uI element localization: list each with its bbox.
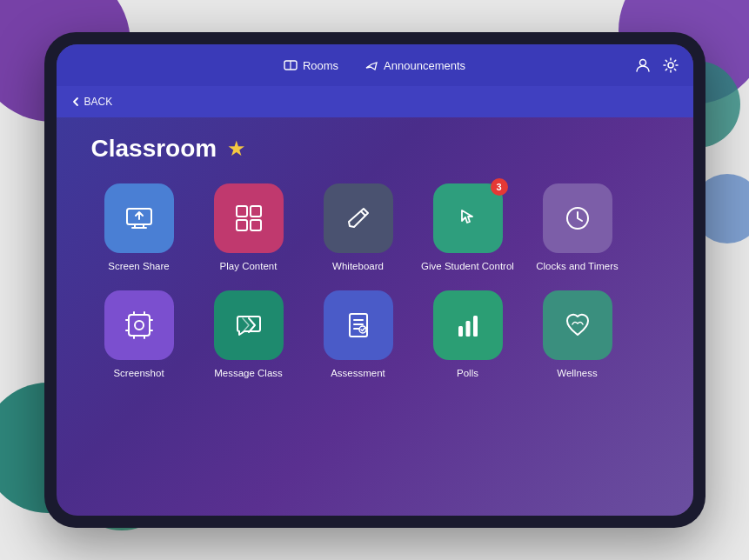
svg-point-3	[668, 63, 673, 68]
assessment-icon-box	[324, 290, 393, 360]
wellness-icon	[561, 309, 594, 342]
wellness-item[interactable]: Wellness	[530, 290, 625, 380]
rooms-icon	[284, 58, 298, 72]
whiteboard-item[interactable]: Whiteboard	[311, 183, 406, 273]
page-title: Classroom	[91, 135, 217, 163]
play-content-icon-box	[214, 183, 284, 253]
screenshot-label: Screenshot	[113, 367, 164, 380]
svg-rect-16	[473, 316, 478, 337]
message-class-icon	[232, 309, 265, 342]
announcements-icon	[364, 58, 378, 72]
give-student-control-badge: 3	[491, 178, 508, 196]
topbar: Rooms Announcements	[57, 44, 693, 86]
svg-rect-8	[251, 220, 261, 230]
svg-point-11	[135, 321, 144, 330]
screenshot-icon-box	[104, 290, 174, 360]
polls-icon-box	[433, 290, 503, 360]
whiteboard-icon-box	[324, 183, 393, 253]
message-class-label: Message Class	[214, 367, 283, 380]
page-title-row: Classroom ★	[91, 135, 659, 163]
give-student-control-icon	[451, 202, 485, 235]
tablet: Rooms Announcements	[44, 32, 706, 528]
wellness-label: Wellness	[557, 367, 597, 380]
assessment-label: Assessment	[331, 367, 385, 380]
clocks-timers-icon	[561, 202, 594, 235]
svg-rect-6	[251, 206, 261, 217]
assessment-item[interactable]: Assessment	[311, 290, 406, 380]
give-student-control-item[interactable]: 3 Give Student Control	[420, 183, 516, 273]
screenshot-icon	[123, 309, 156, 342]
announcements-label: Announcements	[384, 59, 465, 72]
message-class-icon-box	[214, 290, 284, 360]
rooms-label: Rooms	[303, 59, 338, 72]
clocks-timers-item[interactable]: Clocks and Timers	[530, 183, 625, 273]
svg-rect-15	[465, 321, 470, 337]
back-label: BACK	[84, 96, 113, 108]
svg-rect-7	[237, 220, 247, 230]
favorite-star-icon[interactable]: ★	[227, 137, 246, 161]
topbar-actions	[634, 57, 679, 74]
screen-share-icon-box	[104, 183, 174, 253]
settings-icon[interactable]	[662, 57, 679, 74]
screen: Rooms Announcements	[57, 44, 693, 516]
svg-rect-10	[129, 315, 150, 336]
back-button[interactable]: BACK	[70, 96, 113, 108]
polls-label: Polls	[457, 367, 478, 380]
screen-share-icon	[123, 202, 156, 235]
main-content: Classroom ★ Screen Share	[57, 117, 693, 516]
screen-share-item[interactable]: Screen Share	[91, 183, 187, 273]
message-class-item[interactable]: Message Class	[201, 290, 297, 380]
announcements-nav[interactable]: Announcements	[364, 58, 465, 72]
svg-point-2	[639, 60, 645, 66]
wellness-icon-box	[543, 290, 612, 360]
give-student-control-label: Give Student Control	[421, 260, 514, 273]
tools-grid: Screen Share Play Content	[91, 183, 659, 380]
rooms-nav[interactable]: Rooms	[284, 58, 338, 72]
backbar: BACK	[57, 86, 693, 117]
assessment-icon	[342, 309, 375, 342]
play-content-label: Play Content	[220, 260, 278, 273]
whiteboard-label: Whiteboard	[332, 260, 384, 273]
clocks-timers-label: Clocks and Timers	[536, 260, 619, 273]
clocks-timers-icon-box	[543, 183, 612, 253]
screenshot-item[interactable]: Screenshot	[91, 290, 187, 380]
screen-share-label: Screen Share	[108, 260, 169, 273]
polls-item[interactable]: Polls	[420, 290, 516, 380]
play-content-icon	[232, 202, 265, 235]
whiteboard-icon	[342, 202, 375, 235]
profile-icon[interactable]	[634, 57, 652, 74]
back-chevron-icon	[70, 97, 81, 107]
svg-rect-5	[237, 206, 247, 217]
polls-icon	[451, 309, 485, 342]
svg-rect-14	[458, 326, 463, 337]
play-content-item[interactable]: Play Content	[201, 183, 297, 273]
give-student-control-icon-box: 3	[433, 183, 503, 253]
